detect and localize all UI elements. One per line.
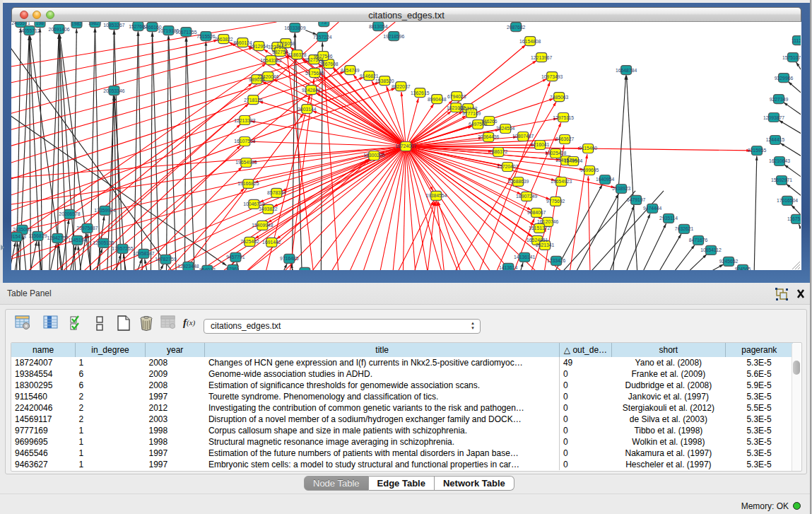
svg-text:1167534: 1167534 <box>787 216 801 221</box>
svg-text:3915478: 3915478 <box>11 234 26 239</box>
svg-text:19166825: 19166825 <box>237 181 259 186</box>
svg-text:18300295: 18300295 <box>363 153 384 158</box>
svg-text:8822037: 8822037 <box>392 84 411 89</box>
svg-text:19654985: 19654985 <box>235 160 257 165</box>
svg-text:16120746: 16120746 <box>537 219 558 224</box>
svg-text:8813054: 8813054 <box>369 24 388 29</box>
svg-text:6497508: 6497508 <box>469 122 488 127</box>
svg-text:12942757: 12942757 <box>47 235 68 240</box>
svg-text:17016504: 17016504 <box>777 198 798 203</box>
svg-text:12923448: 12923448 <box>177 264 199 269</box>
svg-text:11127: 11127 <box>792 38 801 43</box>
svg-text:10654112: 10654112 <box>700 247 722 252</box>
svg-text:12093877: 12093877 <box>763 115 784 120</box>
svg-text:2087682: 2087682 <box>507 25 526 30</box>
svg-text:2935114: 2935114 <box>659 216 678 221</box>
svg-text:8990448: 8990448 <box>428 97 447 102</box>
svg-text:19384554: 19384554 <box>425 193 447 198</box>
svg-text:1733426: 1733426 <box>547 258 566 263</box>
svg-text:1538520: 1538520 <box>375 78 394 83</box>
svg-text:20691406: 20691406 <box>48 27 69 32</box>
svg-text:12213383: 12213383 <box>234 118 255 123</box>
svg-text:6479197: 6479197 <box>627 197 646 202</box>
svg-text:10671355: 10671355 <box>175 30 196 35</box>
svg-text:15720407: 15720407 <box>497 164 518 169</box>
svg-text:17957255: 17957255 <box>112 246 133 251</box>
svg-text:10046718: 10046718 <box>243 201 264 206</box>
svg-text:19218596: 19218596 <box>383 34 404 39</box>
svg-text:1413614: 1413614 <box>499 265 518 270</box>
svg-text:9227349: 9227349 <box>770 97 789 102</box>
svg-text:7625402: 7625402 <box>240 239 259 244</box>
svg-text:7485063: 7485063 <box>550 95 569 100</box>
svg-text:5938923: 5938923 <box>612 186 631 191</box>
svg-text:1156829: 1156829 <box>29 233 47 238</box>
svg-text:1640954: 1640954 <box>596 177 615 182</box>
svg-text:3824554: 3824554 <box>496 127 515 132</box>
svg-text:989015: 989015 <box>249 77 265 82</box>
svg-text:19654923: 19654923 <box>551 179 572 184</box>
svg-text:2521341: 2521341 <box>536 243 555 247</box>
svg-text:6216041: 6216041 <box>531 142 550 147</box>
svg-text:10025438: 10025438 <box>545 151 566 156</box>
svg-text:1362615: 1362615 <box>411 90 430 95</box>
svg-text:9716485: 9716485 <box>280 256 299 261</box>
svg-text:8215955: 8215955 <box>748 148 767 153</box>
svg-text:198: 198 <box>36 22 45 25</box>
svg-text:10973493: 10973493 <box>541 74 563 79</box>
svg-text:14136141: 14136141 <box>514 255 535 259</box>
svg-text:924565: 924565 <box>735 267 751 270</box>
svg-text:8186328: 8186328 <box>288 52 307 57</box>
svg-text:9329966: 9329966 <box>775 76 794 81</box>
svg-text:20364436: 20364436 <box>478 135 499 140</box>
svg-text:1145194: 1145194 <box>69 238 87 243</box>
svg-text:12213967: 12213967 <box>531 55 552 60</box>
svg-text:16782759: 16782759 <box>155 257 176 262</box>
svg-text:(x): (x) <box>187 318 196 327</box>
svg-text:9115460: 9115460 <box>579 146 597 151</box>
svg-text:12505135: 12505135 <box>93 240 114 245</box>
svg-text:24055712: 24055712 <box>18 28 40 33</box>
svg-text:15751074: 15751074 <box>782 55 801 60</box>
svg-text:9146821: 9146821 <box>360 74 379 78</box>
svg-text:87961: 87961 <box>226 267 240 270</box>
svg-text:8471676: 8471676 <box>689 238 708 243</box>
svg-text:5175685: 5175685 <box>305 71 324 76</box>
svg-text:1691442: 1691442 <box>262 240 281 245</box>
svg-text:954012: 954012 <box>199 267 216 270</box>
svg-text:3493822: 3493822 <box>259 206 278 211</box>
svg-text:1982: 1982 <box>71 22 82 26</box>
svg-text:7886372: 7886372 <box>489 149 508 154</box>
svg-text:1244415: 1244415 <box>766 138 785 143</box>
svg-text:2367608: 2367608 <box>319 62 339 66</box>
svg-text:9457791: 9457791 <box>226 255 245 259</box>
svg-text:16524851: 16524851 <box>526 238 548 243</box>
svg-text:7515526: 7515526 <box>196 34 216 39</box>
svg-text:9527546: 9527546 <box>314 54 333 59</box>
svg-text:9474444: 9474444 <box>643 206 662 211</box>
svg-text:15409948: 15409948 <box>252 223 273 228</box>
svg-text:18724007: 18724007 <box>395 144 416 148</box>
svg-text:10807487: 10807487 <box>512 134 534 139</box>
svg-text:73: 73 <box>322 22 327 25</box>
svg-text:9084067: 9084067 <box>527 210 546 215</box>
svg-text:20206578: 20206578 <box>59 211 80 216</box>
svg-text:7357224: 7357224 <box>313 35 332 40</box>
svg-text:7663822: 7663822 <box>214 37 233 42</box>
svg-text:2435001: 2435001 <box>13 227 32 232</box>
svg-text:10958147: 10958147 <box>133 251 154 256</box>
svg-text:19827: 19827 <box>88 22 102 25</box>
svg-text:7632621: 7632621 <box>675 226 694 231</box>
svg-text:3227512: 3227512 <box>268 45 287 49</box>
svg-text:8578334: 8578334 <box>267 190 286 195</box>
svg-text:17359924: 17359924 <box>94 208 115 213</box>
svg-text:16648784: 16648784 <box>616 68 637 73</box>
svg-text:9775692: 9775692 <box>546 199 565 204</box>
svg-text:16154808: 16154808 <box>519 39 541 44</box>
svg-text:40213: 40213 <box>298 269 312 270</box>
svg-text:16151372: 16151372 <box>529 226 550 230</box>
svg-text:16210643: 16210643 <box>769 158 790 163</box>
svg-text:15692971: 15692971 <box>771 177 792 182</box>
svg-text:8454749: 8454749 <box>341 68 360 73</box>
svg-text:18907249: 18907249 <box>516 194 537 199</box>
